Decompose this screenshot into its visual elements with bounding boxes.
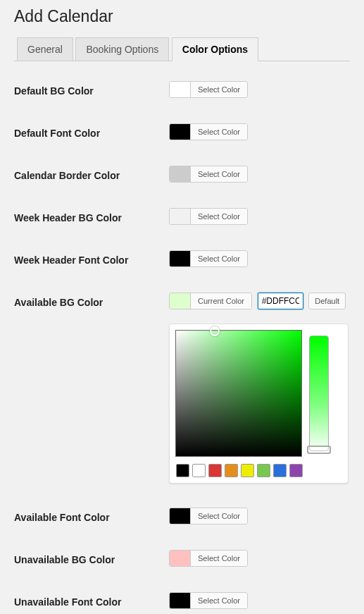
label-avail-bg: Available BG Color [14,293,169,308]
color-picker-panel [169,324,349,484]
tab-color-options[interactable]: Color Options [172,37,258,61]
swatch-default-bg [170,82,191,97]
sv-handle[interactable] [210,326,220,336]
swatch-avail-font [170,508,191,524]
select-color-cal-border[interactable]: Select Color [169,166,248,183]
swatch-avail-bg [170,293,191,309]
swatch-unavail-bg [170,551,191,566]
select-color-text: Select Color [191,82,247,97]
swatch-week-hdr-font [170,251,191,266]
palette-swatch-0[interactable] [176,464,189,477]
palette-swatch-2[interactable] [208,464,222,477]
label-default-bg: Default BG Color [14,81,169,97]
palette-swatch-4[interactable] [241,464,254,477]
label-unavail-bg: Unavailable BG Color [14,550,169,565]
select-color-week-hdr-bg[interactable]: Select Color [169,208,248,225]
current-color-text: Current Color [191,293,251,309]
palette-swatch-6[interactable] [273,464,287,477]
select-color-unavail-bg[interactable]: Select Color [169,550,248,567]
label-week-hdr-font: Week Header Font Color [14,250,169,266]
tab-booking-options[interactable]: Booking Options [75,37,169,61]
label-cal-border: Calendar Border Color [14,166,169,181]
palette-row [175,464,342,477]
select-color-text: Select Color [191,551,247,566]
swatch-cal-border [170,166,191,182]
palette-swatch-1[interactable] [192,464,206,477]
select-color-default-bg[interactable]: Select Color [169,81,248,98]
hex-input-avail-bg[interactable] [258,293,303,309]
tab-bar: General Booking Options Color Options [14,37,350,61]
label-default-font: Default Font Color [14,123,169,139]
label-unavail-font: Unavailable Font Color [14,592,169,608]
select-color-text: Select Color [191,124,247,140]
select-color-default-font[interactable]: Select Color [169,123,248,140]
current-color-avail-bg[interactable]: Current Color [169,293,252,309]
palette-swatch-3[interactable] [225,464,238,477]
select-color-text: Select Color [191,166,247,182]
default-button-avail-bg[interactable]: Default [308,293,346,309]
select-color-text: Select Color [191,209,247,224]
select-color-avail-font[interactable]: Select Color [169,508,248,524]
select-color-text: Select Color [191,508,247,524]
select-color-text: Select Color [191,251,247,266]
hue-handle[interactable] [307,446,331,454]
select-color-unavail-font[interactable]: Select Color [169,592,248,609]
swatch-week-hdr-bg [170,209,191,224]
page-title: Add Calendar [14,7,350,26]
palette-swatch-5[interactable] [257,464,270,477]
swatch-unavail-font [170,593,191,608]
label-week-hdr-bg: Week Header BG Color [14,208,169,223]
saturation-value-area[interactable] [175,330,302,457]
swatch-default-font [170,124,191,140]
tab-general[interactable]: General [17,37,73,61]
label-avail-font: Available Font Color [14,508,169,523]
select-color-week-hdr-font[interactable]: Select Color [169,250,248,267]
hue-slider[interactable] [309,336,329,451]
select-color-text: Select Color [191,593,247,608]
palette-swatch-7[interactable] [289,464,303,477]
